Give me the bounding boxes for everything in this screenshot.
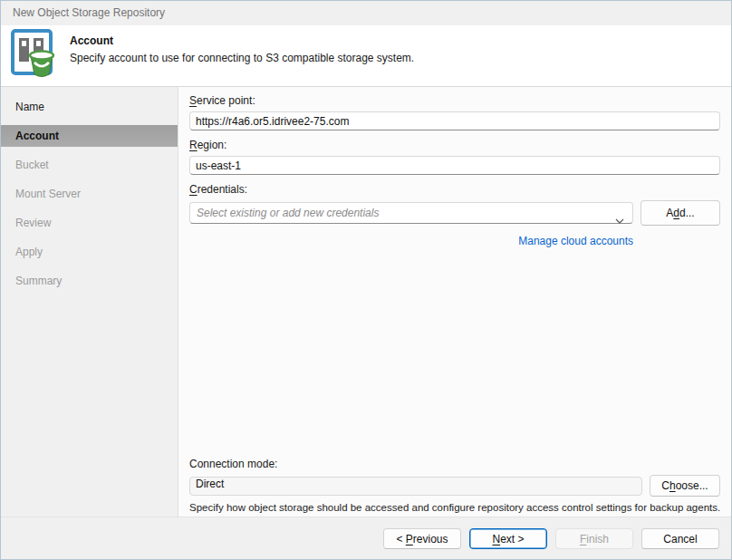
- sidebar-item-name[interactable]: Name: [1, 96, 178, 118]
- wizard-window: New Object Storage Repository Account Sp…: [0, 0, 732, 560]
- connection-mode-label: Connection mode:: [189, 458, 720, 470]
- connection-mode-hint: Specify how object storage should be acc…: [189, 502, 720, 513]
- service-point-label: Service point:: [189, 94, 720, 107]
- choose-connection-mode-button[interactable]: Choose...: [650, 475, 720, 497]
- credentials-combobox[interactable]: [189, 202, 633, 224]
- credentials-label: Credentials:: [189, 183, 720, 196]
- wizard-header: Account Specify account to use for conne…: [1, 25, 731, 87]
- sidebar-item-apply: Apply: [1, 241, 178, 263]
- manage-cloud-accounts-link[interactable]: Manage cloud accounts: [518, 235, 633, 247]
- sidebar-item-review: Review: [1, 212, 178, 234]
- connection-mode-value: Direct: [189, 477, 642, 496]
- region-label: Region:: [189, 139, 720, 151]
- chevron-down-icon: [615, 211, 624, 227]
- sidebar-item-account[interactable]: Account: [1, 125, 178, 147]
- page-title: Account: [70, 34, 414, 47]
- sidebar-item-mount-server: Mount Server: [1, 183, 178, 205]
- region-input[interactable]: [189, 156, 720, 175]
- credentials-input[interactable]: [190, 203, 632, 223]
- account-step-panel: Service point: Region: Credentials: Add.…: [178, 87, 731, 517]
- add-credentials-button[interactable]: Add...: [640, 200, 720, 226]
- object-storage-repository-icon: [10, 28, 61, 81]
- connection-mode-section: Connection mode: Direct Choose... Specif…: [189, 458, 720, 513]
- cancel-button[interactable]: Cancel: [641, 528, 719, 549]
- wizard-footer: < Previous Next > Finish Cancel: [1, 517, 731, 560]
- sidebar-item-summary: Summary: [1, 270, 178, 292]
- next-button[interactable]: Next >: [469, 528, 547, 549]
- finish-button: Finish: [555, 528, 633, 549]
- service-point-input[interactable]: [189, 111, 720, 130]
- wizard-steps-sidebar: Name Account Bucket Mount Server Review …: [1, 87, 178, 517]
- window-title: New Object Storage Repository: [1, 1, 731, 25]
- page-description: Specify account to use for connecting to…: [70, 52, 414, 64]
- previous-button[interactable]: < Previous: [383, 528, 461, 549]
- sidebar-item-bucket: Bucket: [1, 154, 178, 176]
